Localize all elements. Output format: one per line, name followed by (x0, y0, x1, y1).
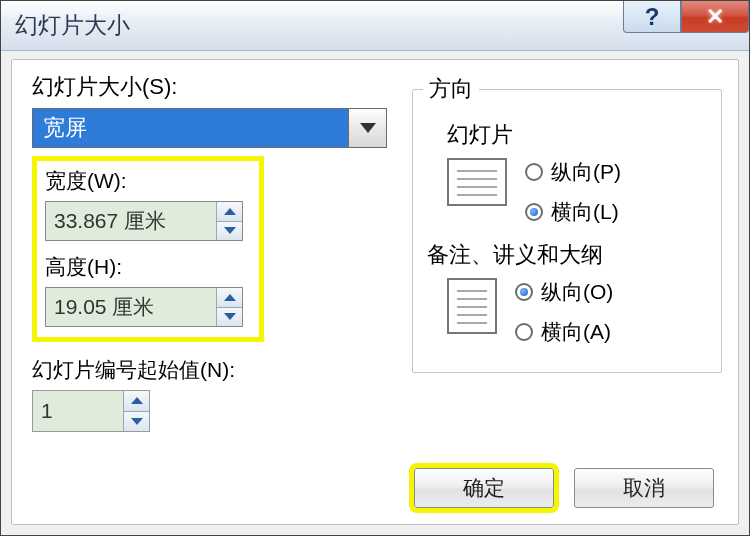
notes-landscape-label: 横向(A) (541, 318, 611, 346)
page-portrait-icon (447, 278, 497, 334)
start-spin-up[interactable] (124, 391, 149, 412)
page-landscape-icon (447, 158, 507, 206)
radio-icon (525, 163, 543, 181)
notes-radio-group: 纵向(O) 横向(A) (515, 278, 613, 346)
close-button[interactable]: ✕ (681, 1, 749, 33)
dialog-buttons: 确定 取消 (12, 468, 738, 508)
slides-landscape-radio[interactable]: 横向(L) (525, 198, 621, 226)
chevron-up-icon (224, 294, 236, 301)
chevron-down-icon (131, 418, 143, 425)
slides-orientation-row: 纵向(P) 横向(L) (447, 158, 711, 226)
notes-orientation-title: 备注、讲义和大纲 (427, 240, 711, 270)
right-column: 方向 幻灯片 纵向(P) (412, 74, 722, 373)
height-spin-down[interactable] (217, 308, 242, 327)
slides-portrait-radio[interactable]: 纵向(P) (525, 158, 621, 186)
width-spin-up[interactable] (217, 202, 242, 222)
notes-portrait-radio[interactable]: 纵向(O) (515, 278, 613, 306)
notes-landscape-radio[interactable]: 横向(A) (515, 318, 613, 346)
width-spin-buttons (216, 202, 242, 240)
chevron-down-icon (360, 123, 376, 133)
height-spin-buttons (216, 288, 242, 326)
slide-size-dialog: 幻灯片大小 ? ✕ 幻灯片大小(S): 宽屏 宽度(W): 33.867 厘米 (0, 0, 750, 536)
help-button[interactable]: ? (623, 1, 681, 33)
slide-size-combo[interactable]: 宽屏 (32, 108, 387, 148)
slide-size-value: 宽屏 (33, 109, 348, 147)
chevron-down-icon (224, 313, 236, 320)
ok-button[interactable]: 确定 (414, 468, 554, 508)
width-value[interactable]: 33.867 厘米 (46, 202, 216, 240)
notes-orientation-row: 纵向(O) 横向(A) (447, 278, 711, 346)
slide-size-label: 幻灯片大小(S): (32, 72, 402, 102)
start-number-spinner[interactable]: 1 (32, 390, 150, 432)
titlebar[interactable]: 幻灯片大小 ? ✕ (1, 1, 749, 51)
height-spinner[interactable]: 19.05 厘米 (45, 287, 243, 327)
radio-selected-icon (525, 203, 543, 221)
cancel-button[interactable]: 取消 (574, 468, 714, 508)
orientation-group: 方向 幻灯片 纵向(P) (412, 74, 722, 373)
width-spin-down[interactable] (217, 222, 242, 241)
slides-orientation-title: 幻灯片 (447, 120, 711, 150)
start-number-spin-buttons (123, 391, 149, 431)
window-controls: ? ✕ (623, 1, 749, 37)
width-label: 宽度(W): (45, 167, 251, 195)
radio-icon (515, 323, 533, 341)
window-title: 幻灯片大小 (15, 10, 130, 41)
combo-dropdown-button[interactable] (348, 109, 386, 147)
height-spin-up[interactable] (217, 288, 242, 308)
chevron-up-icon (224, 208, 236, 215)
width-spinner[interactable]: 33.867 厘米 (45, 201, 243, 241)
chevron-down-icon (224, 227, 236, 234)
start-spin-down[interactable] (124, 412, 149, 432)
notes-portrait-label: 纵向(O) (541, 278, 613, 306)
height-value[interactable]: 19.05 厘米 (46, 288, 216, 326)
slides-landscape-label: 横向(L) (551, 198, 619, 226)
slides-radio-group: 纵向(P) 横向(L) (525, 158, 621, 226)
radio-selected-icon (515, 283, 533, 301)
left-column: 幻灯片大小(S): 宽屏 宽度(W): 33.867 厘米 高度(H): (32, 72, 402, 432)
chevron-up-icon (131, 397, 143, 404)
height-label: 高度(H): (45, 253, 251, 281)
start-number-label: 幻灯片编号起始值(N): (32, 356, 402, 384)
orientation-legend: 方向 (423, 74, 479, 104)
close-icon: ✕ (706, 4, 724, 30)
dimensions-highlight: 宽度(W): 33.867 厘米 高度(H): 19.05 厘米 (32, 156, 264, 342)
slides-portrait-label: 纵向(P) (551, 158, 621, 186)
start-number-value[interactable]: 1 (33, 391, 123, 431)
dialog-body: 幻灯片大小(S): 宽屏 宽度(W): 33.867 厘米 高度(H): (11, 59, 739, 525)
